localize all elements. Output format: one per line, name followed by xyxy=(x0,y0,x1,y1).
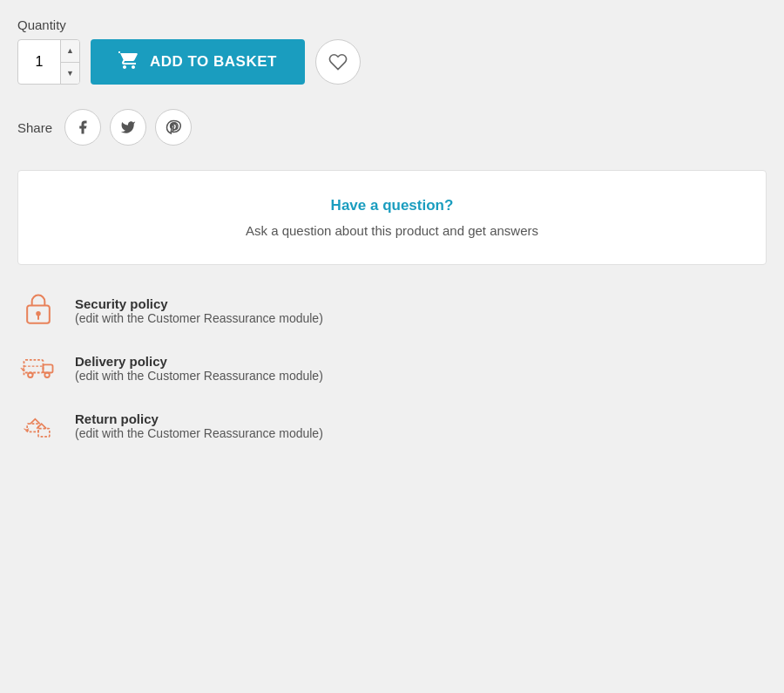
return-policy-icon xyxy=(17,404,59,446)
return-policy-title: Return policy xyxy=(75,411,323,426)
security-policy-icon xyxy=(17,289,59,331)
quantity-label: Quantity xyxy=(17,17,767,32)
delivery-policy-icon xyxy=(17,347,59,389)
delivery-policy-text: Delivery policy (edit with the Customer … xyxy=(75,354,323,383)
return-policy-item: Return policy (edit with the Customer Re… xyxy=(17,404,767,446)
question-box[interactable]: Have a question? Ask a question about th… xyxy=(17,170,767,265)
svg-rect-4 xyxy=(44,364,53,372)
add-to-basket-button[interactable]: ADD TO BASKET xyxy=(91,39,305,85)
security-policy-text: Security policy (edit with the Customer … xyxy=(75,296,323,325)
add-to-basket-label: ADD TO BASKET xyxy=(150,53,277,71)
twitter-button[interactable] xyxy=(110,109,146,146)
svg-point-6 xyxy=(44,373,49,378)
wishlist-button[interactable] xyxy=(315,39,361,85)
return-policy-text: Return policy (edit with the Customer Re… xyxy=(75,411,323,440)
share-row: Share xyxy=(17,109,767,146)
quantity-up-button[interactable]: ▲ xyxy=(61,40,79,63)
question-subtitle: Ask a question about this product and ge… xyxy=(36,223,748,238)
facebook-button[interactable] xyxy=(64,109,101,146)
delivery-policy-item: Delivery policy (edit with the Customer … xyxy=(17,347,767,389)
delivery-policy-subtitle: (edit with the Customer Reassurance modu… xyxy=(75,369,323,383)
policy-list: Security policy (edit with the Customer … xyxy=(17,289,767,446)
quantity-input[interactable] xyxy=(18,40,60,84)
security-policy-title: Security policy xyxy=(75,296,323,311)
add-to-basket-row: ▲ ▼ ADD TO BASKET xyxy=(17,39,767,85)
security-policy-subtitle: (edit with the Customer Reassurance modu… xyxy=(75,311,323,325)
quantity-down-button[interactable]: ▼ xyxy=(61,63,79,85)
pinterest-button[interactable] xyxy=(155,109,192,146)
security-policy-item: Security policy (edit with the Customer … xyxy=(17,289,767,331)
delivery-policy-title: Delivery policy xyxy=(75,354,323,369)
svg-rect-11 xyxy=(38,429,50,437)
quantity-arrows: ▲ ▼ xyxy=(60,40,79,84)
return-policy-subtitle: (edit with the Customer Reassurance modu… xyxy=(75,426,323,440)
cart-icon xyxy=(118,50,139,75)
question-title: Have a question? xyxy=(36,197,748,214)
quantity-stepper[interactable]: ▲ ▼ xyxy=(17,39,80,85)
share-label: Share xyxy=(17,120,52,135)
